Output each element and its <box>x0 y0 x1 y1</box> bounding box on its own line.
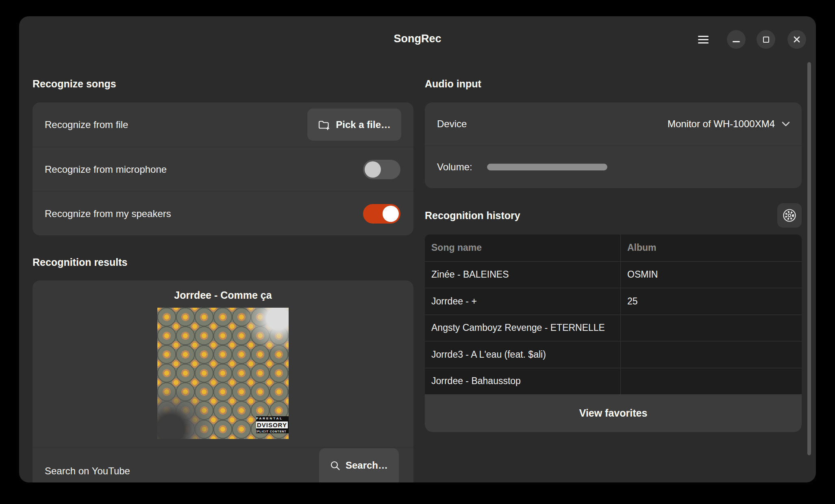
table-body: Zinée - BALEINESOSMINJorrdee - +25Angsty… <box>425 261 802 395</box>
close-icon <box>793 35 801 43</box>
table-row[interactable]: Angsty Camboyz Revenge - ETERNELLE <box>425 315 802 341</box>
switch-knob <box>383 206 399 222</box>
recognize-from-speakers-label: Recognize from my speakers <box>45 208 171 219</box>
recognize-from-file-label: Recognize from file <box>45 119 128 130</box>
song-name-cell: Angsty Camboyz Revenge - ETERNELLE <box>425 315 621 341</box>
album-column-header: Album <box>621 235 802 261</box>
minimize-button[interactable] <box>727 30 746 49</box>
album-cell <box>621 368 802 395</box>
view-favorites-button[interactable]: View favorites <box>425 394 802 432</box>
minimize-icon <box>733 41 740 42</box>
scrollbar-thumb[interactable] <box>807 62 811 455</box>
pick-a-file-button[interactable]: Pick a file… <box>307 109 401 141</box>
hamburger-icon <box>698 34 709 46</box>
recognition-history-table: Song name Album Zinée - BALEINESOSMINJor… <box>425 235 802 432</box>
maximize-icon <box>763 37 769 43</box>
album-art-photo-fragment <box>157 386 210 439</box>
volume-label: Volume: <box>437 161 472 173</box>
recognize-card: Recognize from file Pick a file… Recogni… <box>33 102 413 235</box>
recognition-results-card: Jorrdee - Comme ça PARENTAL ADVISORY EXP… <box>33 280 413 482</box>
youtube-search-label: Search… <box>346 460 388 471</box>
song-name-cell: Jorrdee - + <box>425 288 621 315</box>
recognize-from-microphone-label: Recognize from microphone <box>45 164 167 175</box>
album-art-figure <box>244 308 289 352</box>
history-settings-button[interactable] <box>777 203 802 228</box>
album-cell <box>621 315 802 341</box>
microphone-switch[interactable] <box>363 160 400 179</box>
song-name-cell: Jorrde3 - A L'eau (feat. $ali) <box>425 341 621 368</box>
maximize-button[interactable] <box>757 30 775 49</box>
titlebar: SongRec <box>19 16 816 63</box>
volume-row: Volume: <box>425 146 802 188</box>
magnifier-icon <box>330 461 341 471</box>
volume-level-bar <box>487 164 607 171</box>
recognized-song-title: Jorrdee - Comme ça <box>33 289 413 301</box>
audio-input-heading: Audio input <box>425 78 481 90</box>
song-name-column-header: Song name <box>425 235 621 261</box>
recognize-from-microphone-row: Recognize from microphone <box>33 147 413 191</box>
close-button[interactable] <box>787 30 806 49</box>
song-name-cell: Jorrdee - Bahausstop <box>425 368 621 395</box>
recognition-history-heading: Recognition history <box>425 210 520 222</box>
chevron-down-icon <box>781 121 790 127</box>
switch-knob <box>365 161 381 178</box>
songrec-window: SongRec Recognize songs Recognize from f… <box>19 16 816 482</box>
song-name-cell: Zinée - BALEINES <box>425 262 621 288</box>
album-cell: 25 <box>621 288 802 315</box>
album-cell <box>621 341 802 368</box>
device-dropdown-value[interactable]: Monitor of WH-1000XM4 <box>668 118 775 130</box>
album-cell: OSMIN <box>621 262 802 288</box>
youtube-search-button[interactable]: Search… <box>319 448 399 482</box>
device-label: Device <box>437 118 467 130</box>
table-row[interactable]: Zinée - BALEINESOSMIN <box>425 261 802 288</box>
parental-advisory-label: PARENTAL ADVISORY EXPLICIT CONTENT <box>256 416 289 435</box>
album-art: PARENTAL ADVISORY EXPLICIT CONTENT <box>157 308 289 439</box>
search-on-youtube-label: Search on YouTube <box>45 465 130 477</box>
desktop-background: SongRec Recognize songs Recognize from f… <box>0 0 835 504</box>
recognize-from-file-row: Recognize from file Pick a file… <box>33 102 413 147</box>
pick-a-file-label: Pick a file… <box>336 119 391 130</box>
recognition-results-heading: Recognition results <box>33 256 127 268</box>
volume-level-fill <box>487 164 607 171</box>
speakers-switch[interactable] <box>363 204 400 224</box>
menu-button[interactable] <box>694 30 713 49</box>
device-row[interactable]: Device Monitor of WH-1000XM4 <box>425 102 802 146</box>
folder-new-icon <box>318 119 330 130</box>
search-on-youtube-row: Search on YouTube Search… <box>33 448 413 482</box>
audio-input-card: Device Monitor of WH-1000XM4 Volume: <box>425 102 802 188</box>
gear-icon <box>782 208 797 223</box>
table-row[interactable]: Jorrde3 - A L'eau (feat. $ali) <box>425 341 802 368</box>
recognize-from-speakers-row: Recognize from my speakers <box>33 191 413 236</box>
table-row[interactable]: Jorrdee - +25 <box>425 288 802 315</box>
table-row[interactable]: Jorrdee - Bahausstop <box>425 368 802 395</box>
recognize-songs-heading: Recognize songs <box>33 78 116 90</box>
table-header-row: Song name Album <box>425 235 802 261</box>
